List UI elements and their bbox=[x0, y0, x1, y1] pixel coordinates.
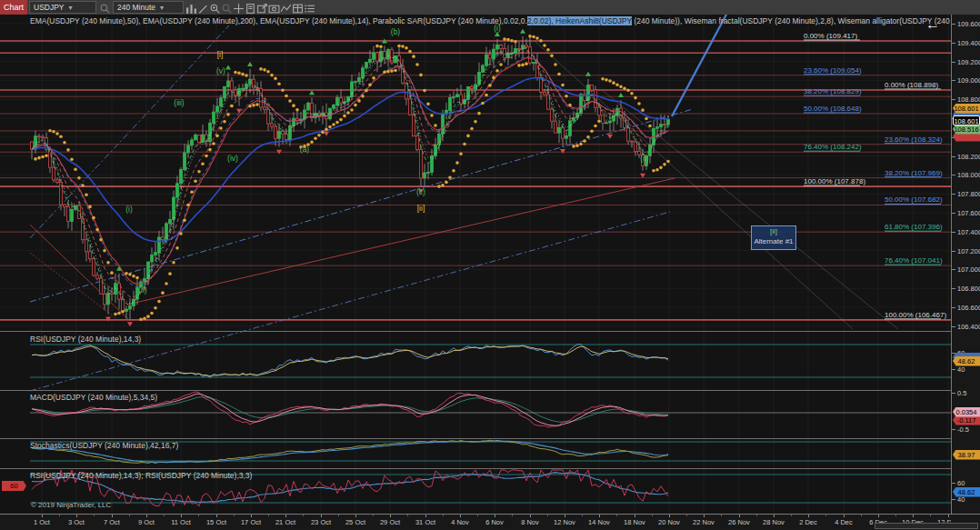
date-axis-minor-tick bbox=[373, 515, 374, 516]
date-axis-tick bbox=[808, 515, 809, 517]
instrument-selector[interactable]: USDJPY▾ bbox=[29, 1, 96, 14]
chart-canvas[interactable]: 0.00% (109.417)23.60% (109.054)38.20% (1… bbox=[0, 0, 980, 530]
wave-labels: (i)(ii)(iii)(iv)(v)[i](a)(b)(c)[ii](i)(i… bbox=[125, 24, 649, 295]
date-axis-tick bbox=[495, 515, 495, 517]
date-axis-minor-tick bbox=[338, 515, 339, 516]
indicator-label[interactable]: EMA(USDJPY (240 Minute),50), EMA(USDJPY … bbox=[30, 16, 980, 25]
date-axis-minor-tick bbox=[791, 515, 792, 516]
wave-label: (iv) bbox=[227, 154, 238, 163]
panel-separator[interactable] bbox=[0, 468, 980, 469]
date-axis-label: 3 Oct bbox=[58, 518, 95, 526]
date-axis-minor-tick bbox=[825, 515, 826, 516]
search-icon[interactable] bbox=[99, 2, 111, 14]
indicator-line bbox=[32, 346, 668, 376]
date-axis-tick bbox=[704, 515, 705, 517]
bar-type-icon[interactable] bbox=[185, 2, 197, 14]
panel-label-rsi2[interactable]: RSI(USDJPY (240 Minute),14,3); RSI(USDJP… bbox=[30, 471, 252, 480]
fib-level-label: 0.00% (108.898) bbox=[885, 81, 938, 89]
date-axis-tick bbox=[425, 515, 426, 517]
date-axis-label: 26 Nov bbox=[721, 518, 757, 526]
date-axis-label: 28 Nov bbox=[755, 518, 792, 526]
new-page-icon[interactable] bbox=[245, 2, 256, 14]
date-axis-minor-tick bbox=[721, 515, 722, 516]
crosshair-icon[interactable] bbox=[233, 2, 245, 14]
price-axis-tick: -0.5 bbox=[957, 425, 969, 434]
price-axis-tick: 40 bbox=[957, 365, 965, 374]
indicator-label-selected[interactable]: 2,0.02), HeikenAshi8(USDJPY bbox=[527, 16, 632, 25]
wave-label: (a) bbox=[300, 145, 310, 154]
moving-averages bbox=[32, 48, 668, 305]
scrollbar-thumb[interactable] bbox=[875, 523, 978, 529]
send-window-icon[interactable] bbox=[256, 2, 268, 14]
projection-line bbox=[672, 13, 727, 116]
panel-label-macd[interactable]: MACD(USDJPY (240 Minute),5,34,5) bbox=[30, 393, 157, 402]
date-axis-tick bbox=[635, 515, 635, 517]
back-arrow-icon[interactable]: ← bbox=[925, 17, 940, 32]
price-marker-badge: 108.601 bbox=[953, 104, 980, 114]
date-axis-label: 14 Nov bbox=[581, 518, 617, 526]
date-axis-tick bbox=[76, 515, 77, 517]
properties-list-icon[interactable] bbox=[304, 2, 315, 14]
price-axis-tick: 106.800 bbox=[957, 285, 980, 293]
alternate-count-annotation[interactable]: [ii] Alternate #1 bbox=[751, 225, 796, 250]
date-axis-minor-tick bbox=[616, 515, 617, 516]
price-axis-tick: 109.000 bbox=[957, 76, 980, 85]
date-axis-label: 4 Nov bbox=[442, 518, 478, 526]
data-grid-icon[interactable] bbox=[292, 2, 304, 14]
price-axis-tick: 108.800 bbox=[957, 95, 980, 104]
date-axis-label: 17 Oct bbox=[233, 518, 269, 526]
date-axis-label: 12 Nov bbox=[546, 518, 583, 526]
price-axis[interactable]: 109.600109.400109.200109.000108.800108.6… bbox=[951, 15, 980, 530]
date-axis-tick bbox=[669, 515, 670, 517]
zoom-out-icon[interactable] bbox=[221, 2, 233, 14]
date-axis-minor-tick bbox=[94, 515, 95, 516]
date-axis-minor-tick bbox=[198, 515, 199, 516]
date-axis[interactable]: 1 Oct3 Oct7 Oct9 Oct11 Oct15 Oct17 Oct21… bbox=[0, 514, 951, 530]
interval-selector[interactable]: 240 Minute▾ bbox=[113, 1, 184, 14]
date-axis-tick bbox=[913, 515, 914, 517]
alternate-title: Alternate #1 bbox=[752, 237, 795, 246]
date-axis-tick bbox=[390, 515, 391, 517]
date-axis-label: 20 Nov bbox=[651, 518, 687, 526]
date-axis-tick bbox=[739, 515, 740, 517]
date-axis-minor-tick bbox=[234, 515, 235, 516]
date-axis-minor-tick bbox=[443, 515, 444, 516]
date-axis-minor-tick bbox=[303, 515, 304, 516]
toolbar: Chart USDJPY▾ 240 Minute▾ bbox=[0, 0, 980, 15]
wave-label: (v) bbox=[216, 66, 225, 75]
date-axis-label: 25 Oct bbox=[337, 518, 374, 526]
wave-label: (iii) bbox=[174, 98, 184, 107]
panel-separator[interactable] bbox=[0, 390, 980, 391]
wave-label: (c) bbox=[416, 187, 425, 196]
price-axis-tick: 109.200 bbox=[957, 58, 980, 66]
tab-chart[interactable]: Chart bbox=[0, 0, 27, 15]
panel-label-stochastics[interactable]: Stochastics(USDJPY (240 Minute),42,16,7) bbox=[30, 441, 178, 450]
price-marker-badge: 0.0354 bbox=[953, 407, 980, 417]
panel-separator[interactable] bbox=[0, 331, 980, 332]
date-axis-tick bbox=[112, 515, 113, 517]
price-marker-badge: 108.601 bbox=[953, 115, 980, 125]
date-axis-label: 7 Oct bbox=[94, 518, 130, 526]
fib-level-label: 0.00% (109.417) bbox=[804, 32, 857, 40]
alternate-wave-label: [ii] bbox=[752, 226, 795, 237]
price-axis-tick: 108.200 bbox=[957, 153, 980, 161]
date-axis-label: 23 Oct bbox=[303, 518, 339, 526]
snapshot-icon[interactable] bbox=[268, 2, 280, 14]
date-axis-minor-tick bbox=[59, 515, 60, 516]
date-axis-tick bbox=[948, 515, 949, 517]
date-axis-tick bbox=[599, 515, 600, 517]
price-axis-tick: 107.200 bbox=[957, 247, 980, 255]
ninjatrader-chart-window: Chart USDJPY▾ 240 Minute▾ 0.00% (109.417… bbox=[0, 0, 980, 530]
panel-separator[interactable] bbox=[0, 438, 980, 439]
date-axis-label: 6 Nov bbox=[476, 518, 513, 526]
date-axis-minor-tick bbox=[547, 515, 548, 516]
panel-label-rsi[interactable]: RSI(USDJPY (240 Minute),14,3) bbox=[30, 335, 141, 344]
zoom-in-icon[interactable] bbox=[209, 2, 221, 14]
pencil-icon[interactable] bbox=[197, 2, 209, 14]
date-axis-minor-tick bbox=[582, 515, 583, 516]
price-axis-tick: 107.800 bbox=[957, 190, 980, 198]
date-axis-minor-tick bbox=[129, 515, 130, 516]
line-tool-icon[interactable] bbox=[280, 2, 292, 14]
date-axis-tick bbox=[285, 515, 286, 517]
price-axis-tick: 0.5 bbox=[957, 389, 966, 397]
